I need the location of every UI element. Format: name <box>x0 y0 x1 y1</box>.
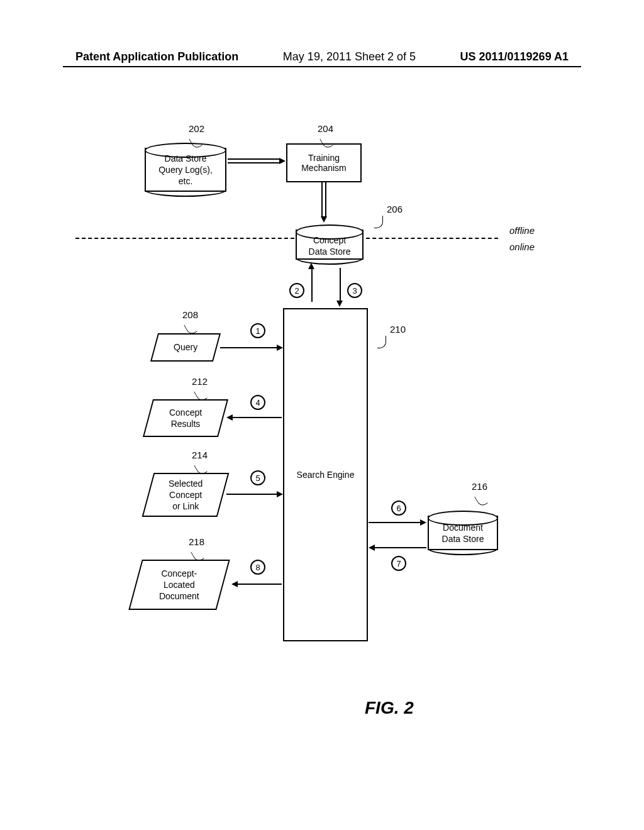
dashed-line-left <box>75 238 294 239</box>
query-para: Query <box>150 333 221 362</box>
header-right: US 2011/0119269 A1 <box>460 50 569 64</box>
arrow-se-located <box>238 584 282 585</box>
step-5: 5 <box>250 470 265 485</box>
ref-206: 206 <box>387 204 402 214</box>
document-data-store-cylinder: Document Data Store <box>428 516 498 550</box>
arrow-se-cds <box>311 268 313 302</box>
training-mechanism-box: Training Mechanism <box>286 143 362 182</box>
arrowhead-step1 <box>277 345 283 351</box>
concept-located-para: Concept- Located Document <box>128 560 230 610</box>
arrowhead-step6 <box>420 519 426 526</box>
arrow-202-204-bot <box>228 162 279 163</box>
ref-218: 218 <box>189 536 204 547</box>
step-2: 2 <box>289 283 304 298</box>
concept-results-label: Concept Results <box>169 407 202 429</box>
step-7: 7 <box>391 556 406 571</box>
data-store-cylinder: Data Store Query Log(s), etc. <box>145 148 226 192</box>
header-left: Patent Application Publication <box>75 50 238 64</box>
ref-tick-206 <box>374 216 383 228</box>
arrow-cds-se <box>340 268 341 302</box>
arrow-selected-se <box>226 494 277 495</box>
arrow-202-204-top <box>228 158 279 160</box>
concept-data-store-cylinder: Concept Data Store <box>296 230 364 260</box>
page-header: Patent Application Publication May 19, 2… <box>0 50 644 64</box>
header-rule <box>63 66 581 67</box>
ref-212: 212 <box>192 376 208 387</box>
arrowhead-step3 <box>336 301 343 307</box>
dashed-line-right <box>366 238 498 239</box>
ref-214: 214 <box>192 450 208 460</box>
arrow-204-206-l <box>321 182 323 217</box>
arrow-se-results <box>233 417 282 418</box>
concept-located-label: Concept- Located Document <box>159 568 199 602</box>
arrowhead-step7 <box>369 545 375 551</box>
arrowhead-204-206 <box>321 216 327 223</box>
online-label: online <box>509 241 535 252</box>
ref-204: 204 <box>318 123 333 134</box>
figure-caption: FIG. 2 <box>365 698 414 718</box>
arrowhead-step4 <box>226 414 233 421</box>
arrow-se-dds <box>369 522 420 523</box>
diagram-area: Data Store Query Log(s), etc. 202 Traini… <box>0 101 644 667</box>
offline-label: offline <box>509 225 535 236</box>
step-6: 6 <box>391 501 406 516</box>
ref-216: 216 <box>472 481 487 492</box>
concept-results-para: Concept Results <box>143 399 228 437</box>
ref-210: 210 <box>390 324 406 335</box>
arrowhead-step5 <box>277 491 283 497</box>
selected-concept-label: Selected Concept or Link <box>169 478 203 512</box>
ref-tick-216 <box>474 492 488 507</box>
arrowhead-step8 <box>231 581 238 587</box>
document-data-store-label: Document Data Store <box>429 522 497 545</box>
arrowhead-202-204 <box>279 158 286 164</box>
search-engine-label: Search Engine <box>297 470 355 480</box>
ref-tick-210 <box>377 336 386 348</box>
selected-concept-para: Selected Concept or Link <box>142 473 230 517</box>
ref-202: 202 <box>189 123 204 134</box>
step-1: 1 <box>250 323 265 338</box>
arrow-dds-se <box>375 547 426 548</box>
arrow-query-se <box>220 347 277 348</box>
step-8: 8 <box>250 560 265 575</box>
step-3: 3 <box>347 283 362 298</box>
search-engine-box: Search Engine <box>283 308 368 641</box>
data-store-label: Data Store Query Log(s), etc. <box>146 153 225 187</box>
ref-208: 208 <box>182 309 198 320</box>
concept-data-store-label: Concept Data Store <box>297 235 362 257</box>
step-4: 4 <box>250 395 265 410</box>
arrowhead-step2 <box>308 263 314 269</box>
arrow-204-206-r <box>325 182 326 217</box>
header-center: May 19, 2011 Sheet 2 of 5 <box>283 50 416 64</box>
query-label: Query <box>174 341 197 353</box>
training-mechanism-label: Training Mechanism <box>301 153 347 173</box>
